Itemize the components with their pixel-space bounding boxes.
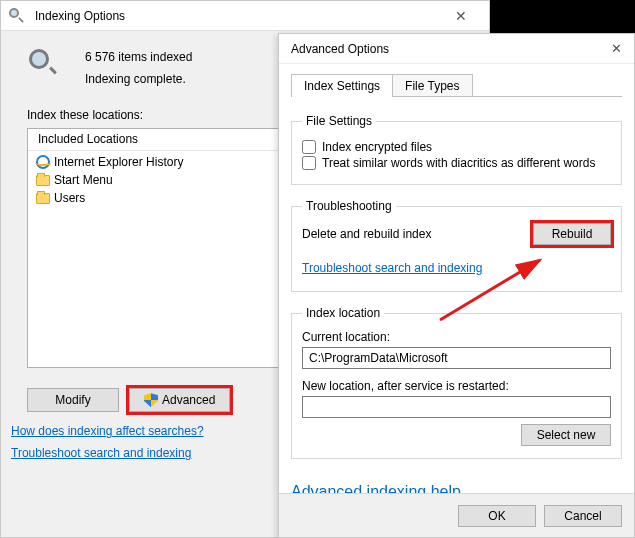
tab-index-settings[interactable]: Index Settings — [291, 74, 393, 97]
link-troubleshoot[interactable]: Troubleshoot search and indexing — [11, 446, 191, 460]
folder-icon — [36, 175, 50, 186]
rebuild-button[interactable]: Rebuild — [533, 223, 611, 245]
shield-icon — [144, 393, 158, 407]
link-affect-searches[interactable]: How does indexing affect searches? — [11, 424, 204, 438]
close-icon[interactable]: ✕ — [441, 8, 481, 24]
current-location-field — [302, 347, 611, 369]
indexing-title: Indexing Options — [35, 9, 125, 23]
index-location-group: Index location Current location: New loc… — [291, 306, 622, 459]
advanced-title: Advanced Options — [291, 42, 389, 56]
cancel-button[interactable]: Cancel — [544, 505, 622, 527]
select-new-button[interactable]: Select new — [521, 424, 611, 446]
modify-button[interactable]: Modify — [27, 388, 119, 412]
list-item-label: Internet Explorer History — [54, 155, 183, 169]
new-location-field[interactable] — [302, 396, 611, 418]
index-count: 6 576 items indexed — [85, 47, 192, 69]
link-troubleshoot-search[interactable]: Troubleshoot search and indexing — [302, 261, 482, 275]
list-item-label: Users — [54, 191, 85, 205]
chk-diacritics[interactable]: Treat similar words with diacritics as d… — [302, 156, 611, 170]
troubleshooting-group: Troubleshooting Delete and rebuild index… — [291, 199, 622, 292]
folder-icon — [36, 193, 50, 204]
rebuild-msg: Delete and rebuild index — [302, 227, 431, 241]
ok-button[interactable]: OK — [458, 505, 536, 527]
close-icon[interactable]: ✕ — [592, 41, 622, 56]
indexing-titlebar: Indexing Options ✕ — [1, 1, 489, 31]
tab-file-types[interactable]: File Types — [392, 74, 472, 97]
chk-diacritics-box[interactable] — [302, 156, 316, 170]
index-status: Indexing complete. — [85, 69, 192, 91]
chk-encrypted[interactable]: Index encrypted files — [302, 140, 611, 154]
advanced-options-window: Advanced Options ✕ Index Settings File T… — [278, 33, 635, 538]
col-included[interactable]: Included Locations — [28, 129, 298, 150]
troubleshooting-legend: Troubleshooting — [302, 199, 396, 213]
chk-encrypted-box[interactable] — [302, 140, 316, 154]
black-strip — [490, 0, 635, 33]
indexing-icon — [9, 8, 29, 24]
magnifier-icon — [27, 47, 71, 87]
index-location-legend: Index location — [302, 306, 384, 320]
ie-icon — [36, 155, 50, 169]
new-location-label: New location, after service is restarted… — [302, 379, 611, 393]
list-item-label: Start Menu — [54, 173, 113, 187]
file-settings-group: File Settings Index encrypted files Trea… — [291, 114, 622, 185]
file-settings-legend: File Settings — [302, 114, 376, 128]
advanced-titlebar: Advanced Options ✕ — [279, 34, 634, 64]
current-location-label: Current location: — [302, 330, 611, 344]
advanced-button[interactable]: Advanced — [129, 388, 230, 412]
